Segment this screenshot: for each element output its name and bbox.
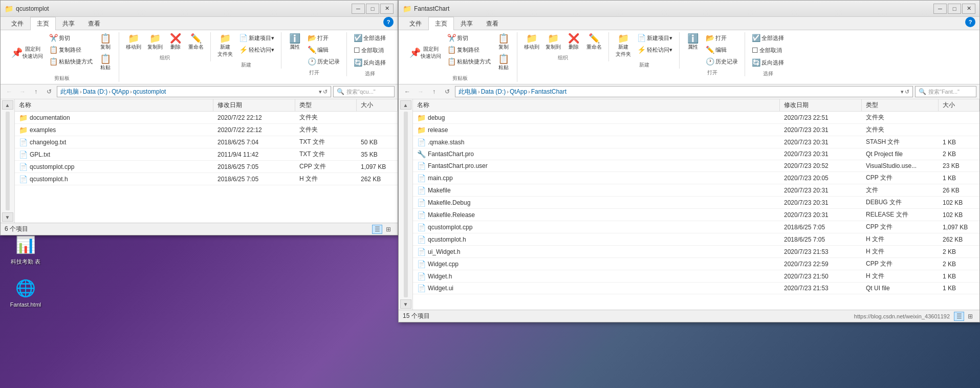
select-all-btn-1[interactable]: ☑️全部选择 xyxy=(351,32,388,44)
copy-btn-1[interactable]: 📋复制 xyxy=(96,32,115,52)
minimize-btn-2[interactable]: ─ xyxy=(933,4,947,14)
table-row[interactable]: 📄Widget.cpp 2020/7/23 22:59 CPP 文件 2 KB xyxy=(413,258,979,270)
refresh-btn-2[interactable]: ↺ xyxy=(442,86,453,97)
paste-shortcut-btn-2[interactable]: 📋粘贴快捷方式 xyxy=(445,56,493,67)
table-row[interactable]: 📄Widget.ui 2020/7/23 21:53 Qt UI file 1 … xyxy=(413,283,979,294)
back-btn-1[interactable]: ← xyxy=(4,86,15,97)
table-row[interactable]: 📁examples 2020/7/22 22:12 文件夹 xyxy=(15,124,398,136)
deselect-all-btn-1[interactable]: ☐全部取消 xyxy=(351,45,386,56)
list-view-btn-1[interactable]: ☰ xyxy=(372,225,382,234)
list-view-btn-2[interactable]: ☰ xyxy=(954,312,964,321)
new-folder-btn-2[interactable]: 📁新建文件夹 xyxy=(613,32,634,59)
pin-btn-1[interactable]: 📌 固定到快速访问 xyxy=(9,32,46,73)
moveto-btn-2[interactable]: 📁移动到 xyxy=(521,32,542,52)
breadcrumb-computer-1[interactable]: 此电脑 xyxy=(60,88,79,96)
file-list-2[interactable]: 名称 修改日期 类型 大小 📁debug 2020/7/23 22:51 文件夹… xyxy=(413,99,979,310)
paste-btn-1[interactable]: 📋粘贴 xyxy=(96,53,115,73)
col-type-2[interactable]: 类型 xyxy=(862,99,939,111)
breadcrumb-qcustomplot[interactable]: qcustomplot xyxy=(133,88,166,95)
col-size-2[interactable]: 大小 xyxy=(939,99,979,111)
breadcrumb-data-2[interactable]: Data (D:) xyxy=(481,88,506,95)
rename-btn-1[interactable]: ✏️重命名 xyxy=(186,32,206,52)
invert-select-btn-1[interactable]: 🔄反向选择 xyxy=(351,57,388,68)
copyto-btn-2[interactable]: 📁复制到 xyxy=(543,32,563,52)
table-row[interactable]: 📁documentation 2020/7/22 22:12 文件夹 xyxy=(15,112,398,124)
paste-shortcut-btn-1[interactable]: 📋粘贴快捷方式 xyxy=(47,56,95,67)
table-row[interactable]: 📄Widget.h 2020/7/23 21:50 H 文件 1 KB xyxy=(413,270,979,283)
table-row[interactable]: 📁debug 2020/7/23 22:51 文件夹 xyxy=(413,112,979,124)
col-name-2[interactable]: 名称 xyxy=(413,99,780,111)
col-type-1[interactable]: 类型 xyxy=(295,99,357,111)
breadcrumb-refresh-1[interactable]: ↺ xyxy=(323,89,328,95)
cut-btn-2[interactable]: ✂️剪切 xyxy=(445,32,493,44)
desktop-icon-attendance[interactable]: 📊 科技考勤 表 xyxy=(5,230,46,268)
tab-share-2[interactable]: 共享 xyxy=(454,17,480,30)
table-row[interactable]: 📄main.cpp 2020/7/23 20:05 CPP 文件 1 KB xyxy=(413,172,979,184)
tab-view-2[interactable]: 查看 xyxy=(480,17,505,30)
tab-file-2[interactable]: 文件 xyxy=(403,17,428,30)
copy-path-btn-1[interactable]: 📋复制路径 xyxy=(47,44,95,55)
table-row[interactable]: 📁release 2020/7/23 20:31 文件夹 xyxy=(413,124,979,136)
maximize-btn-2[interactable]: □ xyxy=(948,4,961,14)
tab-file-1[interactable]: 文件 xyxy=(5,17,30,30)
edit-btn-1[interactable]: ✏️编辑 xyxy=(305,44,342,55)
table-row[interactable]: 📄.qmake.stash 2020/7/23 20:31 STASH 文件 1… xyxy=(413,136,979,148)
deselect-all-btn-2[interactable]: ☐全部取消 xyxy=(749,45,785,56)
nav-scroll-up-2[interactable]: ▲ xyxy=(400,100,411,110)
address-path-2[interactable]: 此电脑 › Data (D:) › QtApp › FantastChart ▾… xyxy=(455,86,913,97)
breadcrumb-data-1[interactable]: Data (D:) xyxy=(83,88,108,95)
copy-path-btn-2[interactable]: 📋复制路径 xyxy=(445,44,493,55)
minimize-btn-1[interactable]: ─ xyxy=(352,4,365,14)
rename-btn-2[interactable]: ✏️重命名 xyxy=(584,32,604,52)
close-btn-1[interactable]: ✕ xyxy=(380,4,394,14)
close-btn-2[interactable]: ✕ xyxy=(962,4,975,14)
delete-btn-1[interactable]: ❌删除 xyxy=(166,32,185,52)
address-path-1[interactable]: 此电脑 › Data (D:) › QtApp › qcustomplot ▾ … xyxy=(57,86,331,97)
table-row[interactable]: 📄ui_Widget.h 2020/7/23 21:53 H 文件 2 KB xyxy=(413,246,979,258)
easy-access-btn-2[interactable]: ⚡轻松访问▾ xyxy=(635,44,675,55)
nav-scroll-down-1[interactable]: ▼ xyxy=(2,212,13,222)
nav-scroll-up-1[interactable]: ▲ xyxy=(2,100,13,110)
col-date-2[interactable]: 修改日期 xyxy=(780,99,862,111)
table-row[interactable]: 📄Makefile 2020/7/23 20:31 文件 26 KB xyxy=(413,184,979,197)
forward-btn-2[interactable]: → xyxy=(415,86,426,97)
col-size-1[interactable]: 大小 xyxy=(357,99,398,111)
table-row[interactable]: 📄changelog.txt 2018/6/25 7:04 TXT 文件 50 … xyxy=(15,136,398,148)
table-row[interactable]: 📄FantastChart.pro.user 2020/7/23 20:52 V… xyxy=(413,160,979,172)
edit-btn-2[interactable]: ✏️编辑 xyxy=(703,44,741,55)
breadcrumb-qtapp-2[interactable]: QtApp xyxy=(510,88,527,95)
breadcrumb-fantastchart[interactable]: FantastChart xyxy=(531,88,567,95)
help-btn-1[interactable]: ? xyxy=(383,17,394,27)
cut-btn-1[interactable]: ✂️剪切 xyxy=(47,32,95,44)
grid-view-btn-1[interactable]: ⊞ xyxy=(383,225,394,234)
table-row[interactable]: 🔧FantastChart.pro 2020/7/23 20:31 Qt Pro… xyxy=(413,148,979,160)
breadcrumb-qtapp-1[interactable]: QtApp xyxy=(112,88,129,95)
refresh-btn-1[interactable]: ↺ xyxy=(43,86,55,97)
up-btn-2[interactable]: ↑ xyxy=(428,86,440,97)
table-row[interactable]: 📄Makefile.Debug 2020/7/23 20:31 DEBUG 文件… xyxy=(413,197,979,209)
invert-select-btn-2[interactable]: 🔄反向选择 xyxy=(749,57,787,68)
search-box-1[interactable]: 🔍 搜索"qcu..." xyxy=(333,86,395,97)
tab-home-1[interactable]: 主页 xyxy=(30,17,56,30)
table-row[interactable]: 📄GPL.txt 2011/9/4 11:42 TXT 文件 35 KB xyxy=(15,148,398,161)
new-item-btn-1[interactable]: 📄新建项目▾ xyxy=(236,32,277,44)
up-btn-1[interactable]: ↑ xyxy=(30,86,41,97)
copyto-btn-1[interactable]: 📁复制到 xyxy=(145,32,165,52)
help-btn-2[interactable]: ? xyxy=(965,17,975,27)
col-name-1[interactable]: 名称 xyxy=(15,99,213,111)
grid-view-btn-2[interactable]: ⊞ xyxy=(965,312,975,321)
table-row[interactable]: 📄Makefile.Release 2020/7/23 20:31 RELEAS… xyxy=(413,209,979,221)
forward-btn-1[interactable]: → xyxy=(17,86,28,97)
pin-btn-2[interactable]: 📌 固定到快速访问 xyxy=(407,32,444,73)
breadcrumb-computer-2[interactable]: 此电脑 xyxy=(459,88,477,96)
properties-btn-2[interactable]: ℹ️属性 xyxy=(684,32,702,67)
history-btn-1[interactable]: 🕐历史记录 xyxy=(305,56,342,67)
breadcrumb-refresh-2[interactable]: ↺ xyxy=(905,89,909,95)
select-all-btn-2[interactable]: ☑️全部选择 xyxy=(749,32,787,44)
delete-btn-2[interactable]: ❌删除 xyxy=(564,32,583,52)
new-folder-btn-1[interactable]: 📁新建文件夹 xyxy=(215,32,235,59)
open-btn-1[interactable]: 📂打开 xyxy=(305,32,342,44)
paste-btn-2[interactable]: 📋粘贴 xyxy=(494,53,513,73)
nav-scroll-down-2[interactable]: ▼ xyxy=(400,299,411,309)
table-row[interactable]: 📄qcustomplot.h 2018/6/25 7:05 H 文件 262 K… xyxy=(15,173,398,185)
